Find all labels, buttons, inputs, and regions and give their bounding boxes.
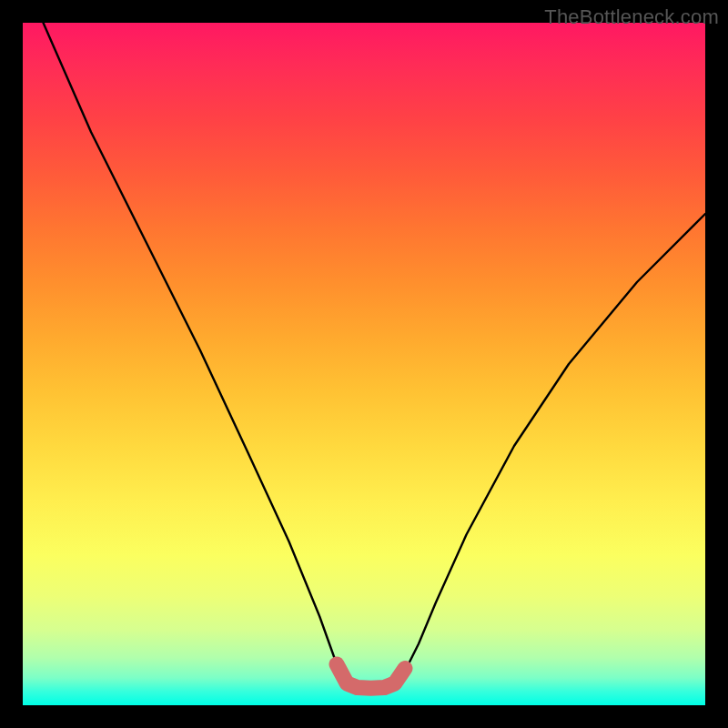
accent-bottom-path — [337, 664, 405, 688]
bottleneck-curve-path — [44, 23, 706, 688]
chart-gradient-background — [23, 23, 705, 705]
watermark-text: TheBottleneck.com — [544, 5, 719, 29]
bottleneck-curve-svg — [23, 23, 705, 705]
